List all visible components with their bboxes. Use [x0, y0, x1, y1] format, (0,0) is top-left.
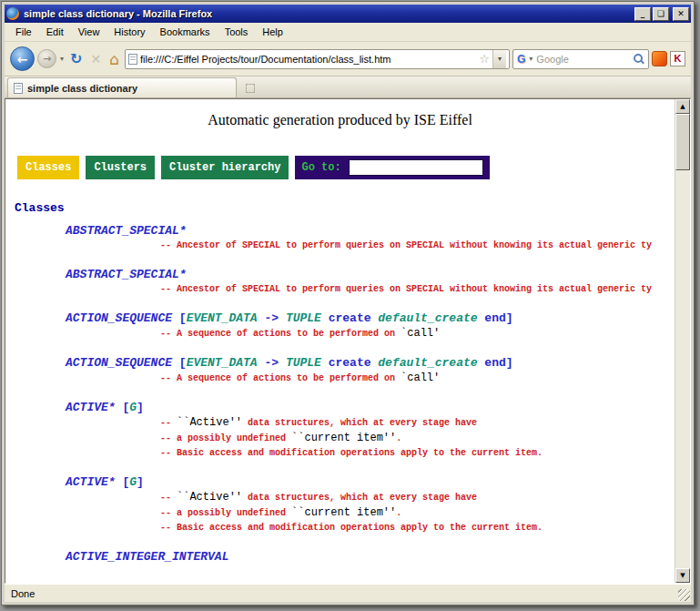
maximize-button[interactable]: ❏ [653, 7, 669, 21]
class-entry: ACTION_SEQUENCE [EVENT_DATA -> TUPLE cre… [5, 311, 675, 341]
browser-window: simple class dictionary - Mozilla Firefo… [1, 1, 695, 606]
class-name-link[interactable]: ACTIVE* [G] [5, 475, 675, 490]
section-title: Classes [15, 201, 675, 215]
menu-tools[interactable]: Tools [218, 24, 256, 40]
search-engine-dropdown-icon[interactable]: ▾ [528, 55, 533, 63]
scroll-up-icon[interactable]: ▲ [675, 99, 690, 114]
tab-bar: simple class dictionary [5, 76, 691, 98]
minimize-button[interactable]: _ [634, 7, 651, 21]
tab-simple-class-dictionary[interactable]: simple class dictionary [7, 77, 237, 97]
class-entry: ACTIVE* [G]-- ``Active'' data structures… [5, 401, 675, 461]
goto-label: Go to: [301, 161, 340, 174]
class-comment: -- a possibly undefined ``current item''… [5, 431, 675, 446]
goto-input[interactable] [349, 159, 483, 176]
menu-file[interactable]: File [8, 24, 39, 40]
class-entry: ABSTRACT_SPECIAL*-- Ancestor of SPECIAL … [5, 268, 675, 297]
window-title: simple class dictionary - Mozilla Firefo… [24, 8, 633, 19]
class-comment: -- A sequence of actions to be performed… [5, 371, 675, 386]
page-title: Automatic generation produced by ISE Eif… [5, 112, 675, 128]
scroll-down-icon[interactable]: ▼ [675, 568, 690, 583]
title-bar: simple class dictionary - Mozilla Firefo… [5, 5, 691, 23]
vertical-scrollbar[interactable]: ▲ ▼ [675, 99, 690, 583]
refresh-icon[interactable]: ↻ [67, 50, 85, 67]
status-text: Done [11, 588, 35, 599]
navigation-toolbar: ← → ▾ ↻ ✕ ⌂ ☆ ▾ G ▾ K [5, 42, 691, 76]
google-icon[interactable]: G [517, 53, 525, 66]
class-name-link[interactable]: ACTIVE* [G] [5, 401, 675, 415]
menu-edit[interactable]: Edit [39, 24, 71, 40]
addon-icon-1[interactable] [652, 51, 667, 66]
nav-button-clusters[interactable]: Clusters [86, 156, 155, 179]
menu-history[interactable]: History [107, 24, 152, 40]
bookmark-star-icon[interactable]: ☆ [479, 53, 490, 65]
class-name-link[interactable]: ABSTRACT_SPECIAL* [5, 224, 675, 239]
class-entry: ABSTRACT_SPECIAL*-- Ancestor of SPECIAL … [5, 224, 675, 253]
content-area: Automatic generation produced by ISE Eif… [5, 98, 691, 584]
url-dropdown-icon[interactable]: ▾ [492, 50, 506, 68]
nav-button-classes[interactable]: Classes [17, 156, 79, 179]
menu-bookmarks[interactable]: Bookmarks [153, 24, 218, 40]
scrollbar-thumb[interactable] [675, 114, 690, 170]
addon-icon-kaspersky[interactable]: K [670, 51, 685, 66]
class-name-link[interactable]: ACTIVE_INTEGER_INTERVAL [5, 550, 675, 565]
class-entries: ABSTRACT_SPECIAL*-- Ancestor of SPECIAL … [5, 224, 675, 565]
menu-bar: FileEditViewHistoryBookmarksToolsHelp [5, 23, 691, 42]
class-comment: -- Ancestor of SPECIAL to perform querie… [5, 239, 675, 253]
class-comment: -- Basic access and modification operati… [5, 521, 675, 535]
class-comment: -- ``Active'' data structures, which at … [5, 490, 675, 505]
stop-icon: ✕ [87, 52, 104, 66]
tab-favicon [14, 83, 23, 94]
goto-box: Go to: [295, 156, 489, 179]
class-name-link[interactable]: ACTION_SEQUENCE [EVENT_DATA -> TUPLE cre… [5, 311, 675, 326]
class-comment: -- a possibly undefined ``current item''… [5, 505, 675, 521]
search-input[interactable] [536, 54, 630, 65]
class-entry: ACTIVE* [G]-- ``Active'' data structures… [5, 475, 675, 535]
status-bar: Done [5, 584, 691, 602]
back-button[interactable]: ← [10, 46, 35, 71]
forward-button[interactable]: → [37, 49, 56, 68]
class-entry: ACTIVE_INTEGER_INTERVAL [5, 550, 675, 565]
url-input[interactable] [140, 54, 476, 65]
class-name-link[interactable]: ABSTRACT_SPECIAL* [5, 268, 675, 282]
search-bar[interactable]: G ▾ [512, 49, 649, 69]
resize-grip[interactable] [678, 589, 690, 601]
tab-strip-icon[interactable] [246, 84, 255, 93]
menu-view[interactable]: View [71, 24, 107, 40]
address-bar[interactable]: ☆ ▾ [125, 49, 510, 69]
class-entry: ACTION_SEQUENCE [EVENT_DATA -> TUPLE cre… [5, 356, 675, 386]
home-icon[interactable]: ⌂ [107, 50, 122, 68]
web-page: Automatic generation produced by ISE Eif… [5, 99, 675, 583]
page-favicon [128, 54, 137, 65]
menu-help[interactable]: Help [255, 24, 290, 40]
class-comment: -- Ancestor of SPECIAL to perform querie… [5, 282, 675, 297]
tab-label: simple class dictionary [27, 83, 137, 94]
firefox-icon [6, 7, 19, 20]
class-comment: -- ``Active'' data structures, which at … [5, 415, 675, 431]
class-comment: -- Basic access and modification operati… [5, 446, 675, 461]
page-nav-row: ClassesClustersCluster hierarchy Go to: [17, 156, 675, 179]
history-dropdown-icon[interactable]: ▾ [59, 55, 65, 63]
class-comment: -- A sequence of actions to be performed… [5, 326, 675, 341]
class-name-link[interactable]: ACTION_SEQUENCE [EVENT_DATA -> TUPLE cre… [5, 356, 675, 371]
close-button[interactable]: ✕ [673, 7, 689, 21]
nav-button-cluster-hierarchy[interactable]: Cluster hierarchy [161, 156, 289, 179]
search-icon[interactable] [633, 53, 644, 65]
